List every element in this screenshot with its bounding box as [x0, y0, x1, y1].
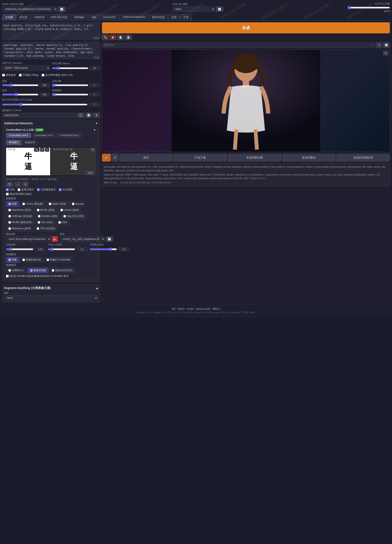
hint-icon3[interactable]: ⬆ [22, 182, 29, 187]
footer-api-link[interactable]: API [172, 307, 176, 310]
seed-recycle-btn[interactable]: ♻️ [77, 113, 84, 118]
ctrl-type-ip2p[interactable]: IP2P [56, 220, 70, 225]
batch-size-slider[interactable] [52, 93, 88, 96]
additional-networks-header[interactable]: Additional Networks ▼ [4, 122, 98, 125]
seed-extra-btn[interactable]: ▼ [93, 113, 100, 118]
send-inpaint-btn[interactable]: 发送到重绘 [282, 154, 336, 161]
cn-tab-unit2[interactable]: ControlNet Unit 2 [57, 133, 82, 138]
style-preset-input[interactable] [102, 42, 375, 47]
vae-model-refresh-btn[interactable]: 🔄 [216, 6, 223, 12]
tab-settings[interactable]: 设置 [168, 14, 180, 20]
send-postprocess-btn[interactable]: 发送到后期处理 [336, 154, 390, 161]
segment-section-select[interactable]: None [4, 295, 98, 301]
resize-mode-resize[interactable]: 仅调整大小 [6, 268, 27, 273]
style-clear-btn[interactable]: ✕ [376, 42, 382, 48]
preprocessor-run-btn[interactable]: ▶ [52, 236, 58, 242]
cfg-slider[interactable] [2, 103, 88, 106]
cn-loopback-checkbox[interactable]: [回送] 自动将生成后的图像发送到此 ControlNet 单元 [6, 274, 96, 278]
sd-model-select[interactable]: chilloutmix_Ni.safetensors [7234b76e42] [2, 6, 57, 12]
img-upload-box[interactable]: 图像 🖼 ✏️ ⬆ ✕ 牛逼 [6, 147, 50, 176]
ctrl-type-t2ia[interactable]: T2IA (自适应) [34, 226, 58, 231]
control-weight-slider[interactable] [6, 248, 33, 251]
guidance-start-slider[interactable] [48, 248, 75, 251]
seed-dice-btn[interactable]: 🎲 [85, 113, 92, 118]
ctrl-type-seg[interactable]: Seg (语义分割) [61, 213, 86, 219]
controlnet-header[interactable]: ControlNet v1.1.238 1 unit ▼ [6, 128, 96, 131]
ctrl-type-mlsd[interactable]: MLSD (直线) [34, 207, 57, 213]
preprocess-download-btn[interactable]: ⬇ [90, 148, 95, 152]
generate-button[interactable]: 生成 [102, 22, 390, 33]
ctrl-type-shuffle[interactable]: Shuffle (随机洗牌) [6, 220, 34, 225]
tab-additional-networks[interactable]: Additional Networks [120, 14, 148, 20]
ctrl-type-canny[interactable]: Canny (硬边缘) [20, 201, 46, 207]
ctrl-type-softedge[interactable]: SoftEdge (软边缘) [6, 213, 35, 219]
cn-preprocess-input-checkbox[interactable]: 预处理结果作为输入 [6, 192, 33, 196]
model-select[interactable]: control_v1p_sd15_brightness [5f [60, 236, 105, 242]
hint-icon1[interactable]: 📷 [6, 182, 13, 187]
cn-tab-unit0[interactable]: ControlNet Unit 0 [6, 133, 31, 138]
seed-input[interactable]: 1642015059 [2, 113, 76, 118]
width-slider[interactable] [2, 83, 38, 87]
clip-slider[interactable] [347, 6, 390, 9]
ctrl-type-all[interactable]: 全部 [6, 201, 19, 207]
ctrl-type-reference[interactable]: Reference (参考) [6, 226, 33, 231]
tab-extensions[interactable]: 扩展 [180, 14, 192, 20]
tab-png-info[interactable]: PNG 图片信息 [48, 14, 71, 20]
tab-txt2img[interactable]: 文生图 [2, 14, 16, 20]
img-clear-btn[interactable]: ✕ [45, 148, 49, 152]
resize-mode-fill[interactable]: 缩放后填充空白 [49, 268, 75, 273]
negative-prompt-input[interactable]: paintings, sketches, (worst quality:2), … [2, 42, 100, 59]
ctrl-mode-balanced[interactable]: 均衡 [6, 257, 19, 262]
ctrl-type-tile[interactable]: Tile (分块) [35, 220, 55, 225]
segment-anything-header[interactable]: Segment Anything (分离图像元素) ◀ [4, 286, 98, 290]
tab-img2img[interactable]: 图生图 [17, 14, 31, 20]
action-paste-btn[interactable]: 📋 [117, 35, 124, 40]
ctrl-type-lineart[interactable]: Lineart (线稿) [58, 207, 81, 213]
ctrl-mode-more-prompt[interactable]: 更偏向提示词 [20, 257, 43, 262]
action-save-btn[interactable]: 💾 [125, 35, 132, 40]
resize-mode-crop[interactable]: 裁剪后缩放 [28, 268, 48, 273]
cn-low-vram-checkbox[interactable]: 低显存模式 [18, 188, 34, 191]
vae-model-select[interactable]: None [173, 6, 215, 12]
footer-github-link[interactable]: Github [178, 307, 185, 310]
tiling-checkbox[interactable]: 平铺图 (Tiling) [19, 73, 39, 77]
tab-postprocess[interactable]: 后期处理 [31, 14, 47, 20]
cn-allow-preview-checkbox[interactable]: 允许预览 [59, 188, 73, 191]
style-refresh-btn[interactable]: 🔄 [383, 42, 390, 48]
tab-model-merge[interactable]: 模型融合 [71, 14, 88, 20]
preprocess-close-btn[interactable]: 关闭 [86, 171, 94, 175]
action-pencil-btn[interactable]: ✏️ [102, 35, 109, 40]
save-btn[interactable]: 保存 [119, 154, 173, 161]
ctrl-type-openpose[interactable]: OpenPose (姿态) [6, 207, 34, 213]
ctrl-mode-more-controlnet[interactable]: 更偏向 ControlNet [44, 257, 73, 262]
action-stop-btn[interactable]: ⏹ [110, 35, 116, 40]
cn-tab-unit1[interactable]: ControlNet Unit 1 [31, 133, 57, 138]
face-fix-checkbox[interactable]: 面部修复 [2, 73, 16, 77]
tab-train[interactable]: 训练 [88, 14, 99, 20]
ctrl-type-normal[interactable]: Normal [70, 201, 86, 207]
cn-pixel-perfect-checkbox[interactable]: 完美像素模式 [37, 188, 56, 191]
img-tab-single[interactable]: 单张图片 [6, 140, 22, 145]
footer-reload-link[interactable]: 重载 UI [213, 307, 220, 310]
img-edit-btn[interactable]: ✏️ [34, 148, 40, 152]
steps-slider[interactable] [52, 66, 88, 70]
footer-gradio-link[interactable]: Gradio [187, 307, 194, 310]
batch-count-slider[interactable] [52, 83, 88, 87]
img-tab-batch[interactable]: 批量处理 [22, 140, 38, 145]
tab-image-browser[interactable]: 图库浏览器 [149, 14, 168, 20]
ctrl-type-scribble[interactable]: Scribble (涂鸦) [35, 213, 60, 219]
tab-civitai[interactable]: Civitai 助手 [100, 14, 119, 20]
positive-prompt-input[interactable]: best quality, ultra high res, (photoreal… [2, 22, 100, 40]
ctrl-type-depth[interactable]: Depth (深度) [46, 201, 69, 207]
download-btn[interactable]: 打包下载 [174, 154, 227, 161]
send-txt2img-btn[interactable]: 发送到图生图 [228, 154, 281, 161]
height-slider[interactable] [2, 93, 38, 96]
cn-enable-checkbox[interactable]: 启用 [6, 188, 15, 191]
sd-model-refresh-btn[interactable]: 🔄 [58, 6, 65, 12]
preprocessor-select[interactable]: invert (from white bg & black line [6, 236, 51, 242]
hires-fix-checkbox[interactable]: 高分辨率修复 (Hires. fix) [42, 73, 73, 77]
toolbar-info-icon[interactable]: ℹ [112, 154, 118, 161]
footer-startup-link[interactable]: Startup profile [196, 307, 210, 310]
image-close-btn[interactable]: ✕ [383, 51, 388, 55]
img-upload-btn[interactable]: ⬆ [40, 148, 44, 152]
